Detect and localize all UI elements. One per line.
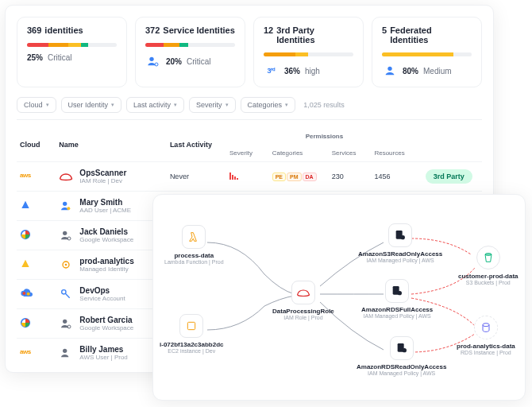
filter-user-identity[interactable]: User Identity▾ (61, 97, 122, 113)
identity-type-icon (59, 169, 73, 184)
col-severity[interactable]: Severity (226, 145, 269, 162)
col-name[interactable]: Name (56, 128, 167, 162)
identity-name: Billy James (79, 345, 127, 354)
identity-sub: AWS User | Prod (79, 354, 127, 361)
svg-point-1 (155, 63, 158, 66)
ec2-icon (179, 314, 203, 338)
rds-icon (474, 316, 498, 339)
stat-number: 369 (27, 25, 41, 35)
category-chip: PM (287, 172, 302, 181)
col-last[interactable]: Last Activity (167, 128, 226, 162)
stat-federated[interactable]: 5Federated Identities 80%Medium (372, 17, 482, 87)
services-count: 230 (329, 162, 372, 192)
col-permissions: Permissions (226, 128, 422, 145)
last-activity: Never (167, 162, 226, 192)
results-count: 1,025 results (303, 101, 345, 109)
identity-type-icon (59, 258, 73, 272)
policy-icon (390, 336, 414, 360)
svg-point-3 (63, 202, 67, 206)
table-row[interactable]: awsOpsScannerIAM Role | DevNeverPEPMDA23… (17, 162, 482, 192)
svg-point-11 (27, 293, 30, 296)
svg-point-0 (149, 57, 153, 61)
svg-point-23 (402, 348, 406, 352)
node-s3policy[interactable]: AmazonS3ReadOnlyAccessIAM Managed Policy… (358, 223, 442, 263)
node-process-data[interactable]: process-dataLambda Function | Prod (164, 225, 224, 265)
user-icon (382, 63, 398, 79)
lambda-icon (182, 225, 206, 249)
azure-icon (20, 200, 31, 211)
identity-type-icon (59, 228, 73, 242)
svg-point-14 (63, 320, 67, 324)
filter-last-activity[interactable]: Last activity▾ (126, 97, 184, 113)
access-graph-panel: process-dataLambda Function | Prod i-072… (152, 194, 526, 401)
identity-sub: Service Account (79, 295, 125, 302)
svg-rect-17 (188, 322, 195, 329)
chevron-down-icon: ▾ (174, 102, 177, 108)
policy-icon (388, 223, 412, 247)
col-categories[interactable]: Categories (269, 145, 329, 162)
identity-type-icon (59, 346, 73, 360)
identity-name: OpsScanner (79, 169, 126, 177)
resources-count: 1456 (371, 162, 422, 192)
svg-point-9 (65, 264, 67, 266)
identity-name: Mary Smith (79, 198, 131, 207)
badge-3rdparty: 3rd Party (426, 169, 472, 184)
identity-name: Jack Daniels (79, 227, 133, 236)
node-rdsread[interactable]: AmazonRDSReadOnlyAccessIAM Managed Polic… (357, 336, 446, 376)
user-gear-icon (145, 53, 161, 69)
google-icon (20, 229, 31, 240)
severity-bars (229, 172, 238, 180)
identity-name: DevOps (79, 286, 125, 295)
svg-point-16 (63, 349, 67, 353)
3rd-icon: 3ʳᵈ (264, 63, 279, 79)
aws-icon: aws (20, 348, 31, 355)
s3-icon (476, 246, 500, 269)
svg-point-12 (62, 290, 66, 294)
svg-point-10 (22, 292, 25, 295)
svg-point-4 (67, 207, 71, 210)
identity-sub: IAM Role | Dev (79, 177, 126, 184)
aws-icon: aws (20, 172, 31, 179)
svg-point-6 (63, 231, 67, 235)
identity-type-icon (59, 199, 73, 213)
chevron-down-icon: ▾ (111, 102, 114, 108)
chevron-down-icon: ▾ (226, 102, 229, 108)
google-icon (20, 317, 31, 328)
identity-type-icon (59, 316, 73, 331)
identity-sub: Managed Identity (79, 266, 133, 273)
col-resources[interactable]: Resources (371, 145, 422, 162)
col-services[interactable]: Services (329, 145, 372, 162)
identity-sub: AAD User | ACME (79, 207, 131, 214)
filter-categories[interactable]: Categories▾ (241, 97, 296, 113)
category-chip: DA (303, 172, 317, 181)
gcloud-icon (20, 289, 33, 298)
node-ec2[interactable]: i-072bf13a2c3abb2dcEC2 instance | Dev (160, 314, 224, 354)
azure-icon (20, 258, 31, 269)
stat-identities[interactable]: 369identities 25%Critical (17, 17, 127, 87)
svg-point-2 (387, 67, 391, 71)
stat-3rdparty[interactable]: 123rd Party Identities 3ʳᵈ36%high (253, 17, 364, 87)
category-chip: PE (272, 172, 286, 181)
svg-point-21 (398, 291, 402, 295)
svg-point-19 (401, 235, 405, 239)
filter-bar: Cloud▾ User Identity▾ Last activity▾ Sev… (17, 97, 482, 120)
node-s3bucket[interactable]: customer-prod-dataS3 Buckets | Prod (458, 246, 519, 285)
chevron-down-icon: ▾ (46, 102, 49, 108)
identity-name: prod-analytics (79, 257, 133, 266)
filter-severity[interactable]: Severity▾ (189, 97, 236, 113)
identity-sub: Google Workspace (79, 324, 133, 331)
stat-service[interactable]: 372Service Identities 20%Critical (135, 17, 245, 87)
identity-name: Robert Garcia (79, 316, 133, 324)
filter-cloud[interactable]: Cloud▾ (17, 97, 56, 113)
chevron-down-icon: ▾ (285, 102, 288, 108)
node-rds[interactable]: prod-analytics-dataRDS Instance | Prod (457, 316, 515, 355)
iam-role-icon (291, 281, 315, 304)
identity-sub: Google Workspace (79, 236, 133, 243)
policy-icon (385, 279, 409, 303)
svg-point-25 (483, 324, 489, 327)
col-cloud[interactable]: Cloud (17, 128, 56, 162)
node-role[interactable]: DataProcessingRoleIAM Role | Prod (272, 281, 334, 320)
stat-row: 369identities 25%Critical 372Service Ide… (17, 17, 482, 87)
node-rdsfull[interactable]: AmazonRDSFullAccessIAM Managed Policy | … (361, 279, 433, 319)
identity-type-icon (59, 287, 73, 301)
